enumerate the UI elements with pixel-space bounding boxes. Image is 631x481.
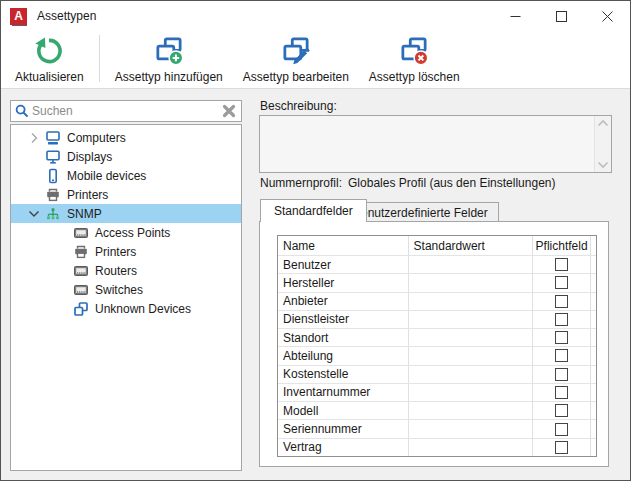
description-scrollbar[interactable] <box>594 116 611 172</box>
assettype-tree: Computers Displays Mobile devices <box>10 124 242 471</box>
column-header-name[interactable]: Name <box>278 236 409 255</box>
pflichtfeld-checkbox[interactable] <box>555 276 568 289</box>
minimize-button[interactable] <box>492 1 538 31</box>
field-default-value[interactable] <box>409 384 534 401</box>
snmp-network-icon <box>45 206 61 222</box>
number-profile-value: Globales Profil (aus den Einstellungen) <box>348 176 555 190</box>
tree-item-label: Computers <box>67 131 126 145</box>
edit-assettype-button[interactable]: Assettyp bearbeiten <box>233 31 359 88</box>
tree-item-routers[interactable]: Routers <box>11 261 241 280</box>
tree-item-mobile-devices[interactable]: Mobile devices <box>11 166 241 185</box>
printer-icon <box>73 244 89 260</box>
table-header-row: Name Standardwert Pflichtfeld <box>278 236 596 255</box>
pflichtfeld-checkbox[interactable] <box>555 295 568 308</box>
printer-icon <box>45 187 61 203</box>
field-name: Vertrag <box>278 439 409 456</box>
pflichtfeld-checkbox[interactable] <box>555 441 568 454</box>
field-name: Dienstleister <box>278 311 409 328</box>
add-assettype-label: Assettyp hinzufügen <box>115 70 223 84</box>
tree-item-printers[interactable]: Printers <box>11 185 241 204</box>
column-header-pflichtfeld[interactable]: Pflichtfeld <box>533 236 591 255</box>
maximize-button[interactable] <box>538 1 584 31</box>
network-device-icon <box>73 225 89 241</box>
tree-item-label: Unknown Devices <box>95 302 191 316</box>
table-row[interactable]: Standort <box>278 328 596 346</box>
refresh-button[interactable]: Aktualisieren <box>5 31 94 88</box>
pflichtfeld-checkbox[interactable] <box>555 331 568 344</box>
table-row[interactable]: Kostenstelle <box>278 365 596 383</box>
tree-item-displays[interactable]: Displays <box>11 147 241 166</box>
close-icon <box>602 11 613 22</box>
number-profile-label: Nummernprofil: <box>260 176 342 190</box>
tree-item-snmp-printers[interactable]: Printers <box>11 242 241 261</box>
chevron-right-icon[interactable] <box>23 130 45 146</box>
field-default-value[interactable] <box>409 256 534 273</box>
field-default-value[interactable] <box>409 293 534 310</box>
fields-table: Name Standardwert Pflichtfeld Benutzer H… <box>277 235 597 457</box>
tree-item-unknown-devices[interactable]: Unknown Devices <box>11 299 241 318</box>
scroll-up-icon[interactable] <box>597 119 609 127</box>
field-name: Hersteller <box>278 274 409 291</box>
pflichtfeld-checkbox[interactable] <box>555 368 568 381</box>
asset-add-icon <box>152 34 186 68</box>
refresh-label: Aktualisieren <box>15 70 84 84</box>
table-row[interactable]: Anbieter <box>278 292 596 310</box>
field-default-value[interactable] <box>409 329 534 346</box>
tree-item-label: Switches <box>95 283 143 297</box>
asset-edit-icon <box>279 34 313 68</box>
minimize-icon <box>510 11 521 22</box>
column-header-standardwert[interactable]: Standardwert <box>409 236 534 255</box>
field-name: Seriennummer <box>278 420 409 437</box>
pflichtfeld-checkbox[interactable] <box>555 349 568 362</box>
field-default-value[interactable] <box>409 366 534 383</box>
tree-item-snmp[interactable]: SNMP <box>11 204 241 223</box>
table-row[interactable]: Inventarnummer <box>278 383 596 401</box>
pflichtfeld-checkbox[interactable] <box>555 423 568 436</box>
table-row[interactable]: Modell <box>278 401 596 419</box>
description-textarea[interactable] <box>259 115 612 173</box>
table-row[interactable]: Dienstleister <box>278 310 596 328</box>
pflichtfeld-checkbox[interactable] <box>555 258 568 271</box>
field-name: Benutzer <box>278 256 409 273</box>
field-default-value[interactable] <box>409 402 534 419</box>
tree-item-computers[interactable]: Computers <box>11 128 241 147</box>
table-row[interactable]: Abteilung <box>278 346 596 364</box>
clear-search-icon[interactable] <box>221 103 237 119</box>
field-default-value[interactable] <box>409 311 534 328</box>
tree-item-label: Printers <box>95 245 136 259</box>
field-default-value[interactable] <box>409 420 534 437</box>
field-name: Kostenstelle <box>278 366 409 383</box>
field-default-value[interactable] <box>409 347 534 364</box>
delete-assettype-button[interactable]: Assettyp löschen <box>359 31 470 88</box>
pflichtfeld-checkbox[interactable] <box>555 404 568 417</box>
tab-standardfelder[interactable]: Standardfelder <box>260 199 367 222</box>
tree-item-label: Mobile devices <box>67 169 146 183</box>
network-device-icon <box>73 282 89 298</box>
main-content: Computers Displays Mobile devices <box>1 89 630 480</box>
table-row[interactable]: Seriennummer <box>278 419 596 437</box>
add-assettype-button[interactable]: Assettyp hinzufügen <box>105 31 233 88</box>
window-title: Assettypen <box>37 9 96 23</box>
pflichtfeld-checkbox[interactable] <box>555 386 568 399</box>
table-row[interactable]: Hersteller <box>278 273 596 291</box>
field-name: Inventarnummer <box>278 384 409 401</box>
close-button[interactable] <box>584 1 630 31</box>
table-row[interactable]: Vertrag <box>278 438 596 456</box>
search-input[interactable] <box>32 102 221 120</box>
tree-item-label: Access Points <box>95 226 170 240</box>
tab-label: Standardfelder <box>274 204 353 218</box>
search-icon <box>14 103 30 119</box>
table-row[interactable]: Benutzer <box>278 255 596 273</box>
display-icon <box>45 149 61 165</box>
field-default-value[interactable] <box>409 439 534 456</box>
pflichtfeld-checkbox[interactable] <box>555 313 568 326</box>
tree-item-access-points[interactable]: Access Points <box>11 223 241 242</box>
field-name: Abteilung <box>278 347 409 364</box>
tree-item-switches[interactable]: Switches <box>11 280 241 299</box>
tree-item-label: Routers <box>95 264 137 278</box>
field-default-value[interactable] <box>409 274 534 291</box>
chevron-down-icon[interactable] <box>23 206 45 222</box>
scroll-down-icon[interactable] <box>597 161 609 169</box>
network-device-icon <box>73 263 89 279</box>
tree-item-label: Displays <box>67 150 112 164</box>
